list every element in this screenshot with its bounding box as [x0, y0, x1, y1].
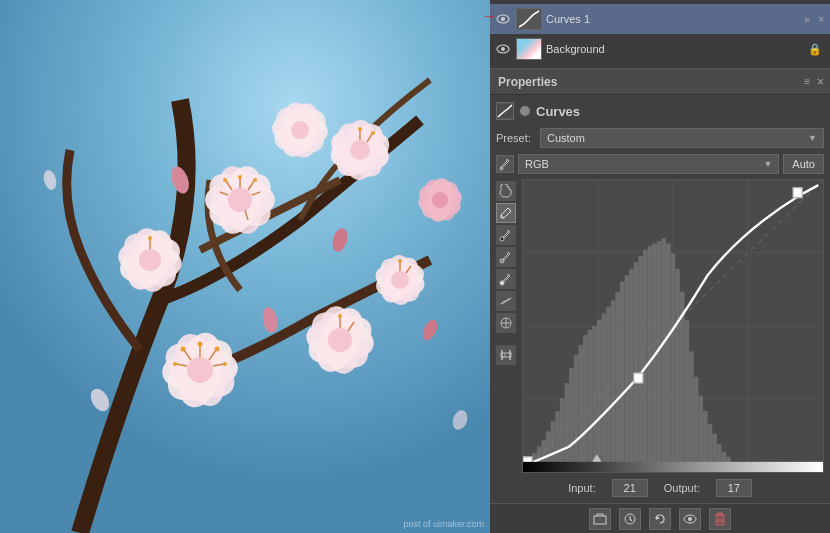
cherry-blossom-image — [0, 0, 490, 533]
svg-rect-128 — [601, 313, 606, 472]
curve-canvas-area[interactable] — [522, 179, 824, 473]
svg-rect-124 — [583, 335, 588, 472]
svg-point-95 — [500, 259, 504, 263]
properties-panel: Properties ≡ × Curves Preset: Custom ▼ — [490, 69, 830, 503]
svg-point-66 — [198, 342, 203, 347]
channel-dropdown-arrow: ▼ — [763, 159, 772, 169]
output-value-field[interactable] — [716, 479, 752, 497]
eyedropper-highlight-tool[interactable] — [496, 269, 516, 289]
input-value-field[interactable] — [612, 479, 648, 497]
svg-rect-119 — [560, 398, 565, 472]
svg-point-80 — [328, 328, 352, 352]
svg-point-64 — [187, 357, 213, 383]
channel-dropdown[interactable]: RGB ▼ — [518, 154, 779, 174]
svg-point-10 — [253, 178, 257, 182]
pencil-tool[interactable] — [496, 203, 516, 223]
svg-point-68 — [215, 347, 220, 352]
preset-label: Preset: — [496, 132, 534, 144]
svg-rect-120 — [565, 383, 570, 472]
svg-rect-146 — [685, 320, 690, 472]
svg-rect-121 — [569, 368, 574, 472]
svg-rect-132 — [620, 282, 625, 472]
layer-eye-background[interactable] — [494, 40, 512, 58]
svg-rect-123 — [578, 345, 583, 472]
svg-point-96 — [500, 281, 504, 285]
eyedropper-shadow-tool[interactable] — [496, 225, 516, 245]
view-previous-state-button[interactable] — [619, 508, 641, 530]
svg-rect-136 — [638, 256, 643, 472]
input-label: Input: — [568, 482, 596, 494]
svg-point-31 — [139, 249, 161, 271]
curves-graph — [523, 180, 823, 472]
svg-rect-129 — [606, 307, 611, 472]
svg-rect-122 — [574, 355, 579, 472]
watermark: post of uimaker.com — [403, 519, 484, 529]
svg-point-47 — [398, 259, 402, 263]
panel-close-button[interactable]: × — [817, 75, 824, 89]
eyedropper-tool[interactable] — [496, 155, 514, 173]
svg-point-8 — [238, 175, 242, 179]
svg-point-45 — [391, 271, 409, 289]
svg-rect-125 — [588, 330, 593, 472]
panel-close-btn[interactable]: × — [816, 14, 826, 25]
layer-name-background: Background — [546, 43, 804, 55]
properties-title: Properties — [498, 75, 557, 89]
layer-lock-icon: 🔒 — [808, 43, 822, 56]
layer-eye-curves[interactable] — [494, 10, 512, 28]
svg-rect-149 — [698, 396, 703, 472]
svg-rect-126 — [592, 326, 597, 472]
layer-row-curves[interactable]: → Curves 1 « × — [490, 4, 830, 34]
layer-row-background[interactable]: Background 🔒 — [490, 34, 830, 64]
svg-rect-143 — [671, 254, 676, 472]
red-arrow-indicator: → — [482, 8, 496, 24]
convert-to-pixel-button[interactable] — [589, 508, 611, 530]
svg-rect-141 — [661, 238, 666, 472]
svg-point-72 — [223, 362, 227, 366]
svg-rect-160 — [634, 373, 643, 383]
preset-value: Custom — [547, 132, 808, 144]
svg-rect-131 — [615, 292, 620, 472]
delete-adjustment-button[interactable] — [709, 508, 731, 530]
panel-menu-button[interactable]: ≡ — [804, 76, 810, 87]
input-output-row: Input: Output: — [496, 477, 824, 499]
svg-point-23 — [358, 127, 362, 131]
svg-marker-166 — [656, 516, 660, 520]
photo-area: post of uimaker.com — [0, 0, 490, 533]
preset-dropdown[interactable]: Custom ▼ — [540, 128, 824, 148]
channel-row: RGB ▼ Auto — [496, 153, 824, 175]
svg-rect-161 — [793, 188, 802, 198]
panel-collapse-btn[interactable]: « — [803, 14, 813, 25]
layers-panel: → Curves 1 « × Background 🔒 — [490, 0, 830, 69]
svg-point-88 — [501, 17, 505, 21]
right-panel: → Curves 1 « × Background 🔒 Properties — [490, 0, 830, 533]
svg-rect-133 — [625, 275, 630, 472]
curves-section-label: Curves — [536, 104, 580, 119]
channel-value: RGB — [525, 158, 763, 170]
svg-point-168 — [688, 517, 692, 521]
auto-button[interactable]: Auto — [783, 154, 824, 174]
svg-rect-140 — [657, 241, 662, 472]
reset-button[interactable] — [649, 508, 671, 530]
smooth-tool[interactable] — [496, 291, 516, 311]
toggle-visibility-button[interactable] — [679, 508, 701, 530]
svg-point-39 — [291, 121, 309, 139]
svg-rect-147 — [689, 351, 694, 472]
curves-title-bar: Curves — [496, 99, 824, 123]
curve-area-wrapper: A — [496, 179, 824, 473]
svg-rect-134 — [629, 269, 634, 472]
svg-rect-148 — [694, 377, 699, 472]
properties-header: Properties ≡ × — [490, 69, 830, 95]
svg-rect-137 — [643, 250, 648, 472]
bottom-toolbar — [490, 503, 830, 533]
eyedropper-midtone-tool[interactable] — [496, 247, 516, 267]
svg-rect-127 — [597, 320, 602, 472]
curves-mask-icon — [520, 106, 530, 116]
svg-rect-142 — [666, 243, 671, 472]
on-image-tool[interactable] — [496, 313, 516, 333]
svg-point-54 — [432, 192, 448, 208]
clip-tool[interactable]: A — [496, 345, 516, 365]
output-label: Output: — [664, 482, 700, 494]
svg-rect-135 — [634, 263, 639, 472]
hand-tool[interactable] — [496, 181, 516, 201]
layer-name-curves: Curves 1 — [546, 13, 799, 25]
